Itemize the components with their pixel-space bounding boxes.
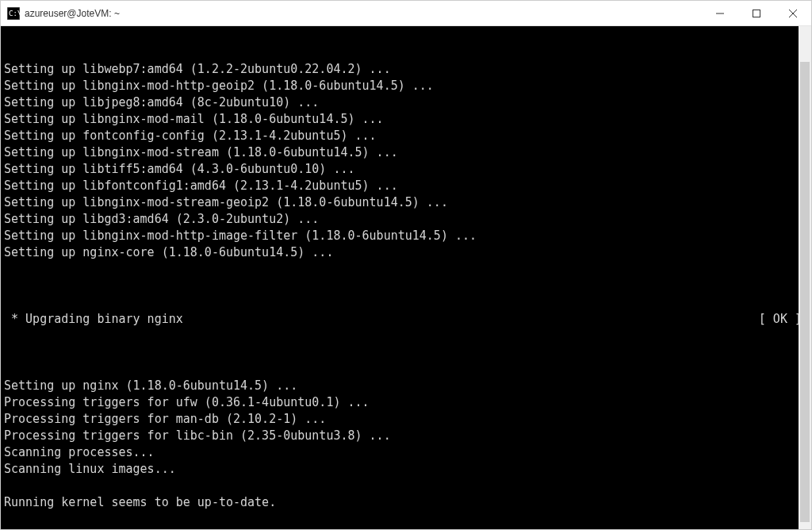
terminal-line: Setting up libfontconfig1:amd64 (2.13.1-… [4, 178, 808, 194]
window-controls [702, 1, 811, 25]
terminal-line: Processing triggers for man-db (2.10.2-1… [4, 411, 808, 428]
close-button[interactable] [775, 1, 811, 26]
terminal-line: Setting up fontconfig-config (2.13.1-4.2… [4, 128, 808, 144]
terminal-line: Setting up libnginx-mod-mail (1.18.0-6ub… [4, 111, 808, 128]
terminal-line: Setting up libjpeg8:amd64 (8c-2ubuntu10)… [4, 94, 808, 111]
terminal-line: Setting up libgd3:amd64 (2.3.0-2ubuntu2)… [4, 211, 808, 228]
terminal-line: Setting up libtiff5:amd64 (4.3.0-6ubuntu… [4, 161, 808, 178]
titlebar[interactable]: C:\ azureuser@JoteVM: ~ [1, 1, 811, 26]
scrollbar-thumb[interactable] [800, 62, 810, 522]
terminal-line: Processing triggers for ufw (0.36.1-4ubu… [4, 394, 808, 411]
terminal-line: Setting up libnginx-mod-stream (1.18.0-6… [4, 144, 808, 161]
minimize-button[interactable] [702, 1, 738, 26]
terminal-line: Setting up libwebp7:amd64 (1.2.2-2ubuntu… [4, 61, 808, 78]
terminal-line [4, 478, 808, 494]
terminal-line: Setting up nginx-core (1.18.0-6ubuntu14.… [4, 244, 808, 261]
terminal-line: No services need to be restarted. [4, 528, 808, 529]
window-title: azureuser@JoteVM: ~ [25, 8, 702, 19]
terminal-line: Scanning linux images... [4, 461, 808, 478]
terminal-line: Setting up libnginx-mod-http-geoip2 (1.1… [4, 78, 808, 94]
terminal-line: Running kernel seems to be up-to-date. [4, 494, 808, 511]
terminal-line: Setting up libnginx-mod-http-image-filte… [4, 228, 808, 244]
terminal-window: C:\ azureuser@JoteVM: ~ Setting up libwe… [0, 0, 812, 530]
svg-text:C:\: C:\ [9, 10, 20, 17]
status-line: * Upgrading binary nginx [ OK ] [4, 311, 808, 328]
terminal-line: Setting up nginx (1.18.0-6ubuntu14.5) ..… [4, 378, 808, 394]
terminal-line [4, 511, 808, 528]
status-text: * Upgrading binary nginx [4, 311, 183, 328]
terminal-line: Scanning processes... [4, 444, 808, 461]
terminal-area[interactable]: Setting up libwebp7:amd64 (1.2.2-2ubuntu… [1, 26, 811, 529]
terminal-line: Setting up libnginx-mod-stream-geoip2 (1… [4, 194, 808, 211]
terminal-app-icon: C:\ [7, 7, 20, 20]
terminal-output-2: Setting up nginx (1.18.0-6ubuntu14.5) ..… [4, 378, 808, 529]
terminal-line: Processing triggers for libc-bin (2.35-0… [4, 428, 808, 444]
svg-rect-3 [753, 10, 760, 17]
terminal-output: Setting up libwebp7:amd64 (1.2.2-2ubuntu… [4, 61, 808, 261]
scrollbar-track[interactable] [799, 26, 811, 529]
maximize-button[interactable] [738, 1, 775, 26]
